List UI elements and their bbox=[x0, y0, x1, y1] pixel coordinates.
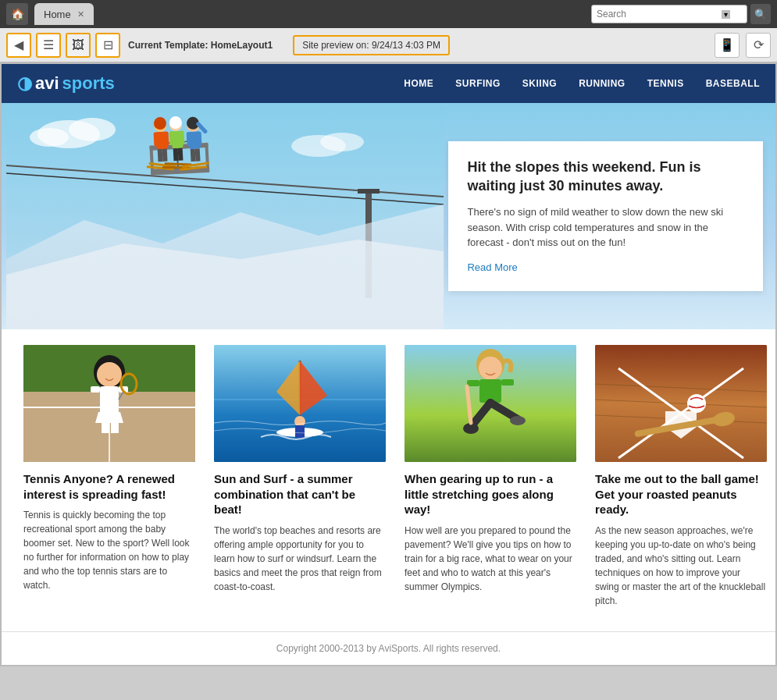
svg-rect-54 bbox=[100, 386, 119, 414]
site-nav: HOME SURFING SKIING RUNNING TENNIS BASEB… bbox=[404, 78, 760, 89]
site-header: ◑ avisports HOME SURFING SKIING RUNNING … bbox=[2, 64, 775, 103]
browser-home-button[interactable]: 🏠 bbox=[6, 3, 28, 25]
svg-rect-38 bbox=[196, 131, 202, 145]
logo-avi: avi bbox=[35, 73, 59, 94]
template-info: Current Template: HomeLayout1 bbox=[128, 40, 273, 51]
list-view-button[interactable]: ☰ bbox=[36, 33, 61, 58]
browser-titlebar: 🏠 Home ✕ ▾ 🔍 bbox=[0, 0, 777, 28]
nav-skiing[interactable]: SKIING bbox=[522, 78, 557, 89]
svg-point-68 bbox=[294, 416, 305, 427]
nav-home[interactable]: HOME bbox=[404, 78, 433, 89]
svg-point-90 bbox=[687, 394, 706, 413]
image-view-button[interactable]: 🖼 bbox=[66, 33, 91, 58]
nav-surfing[interactable]: SURFING bbox=[455, 78, 501, 89]
baseball-card-image bbox=[595, 345, 767, 462]
tennis-card-title: Tennis Anyone? A renewed interest is spr… bbox=[23, 471, 195, 502]
hero-image bbox=[2, 103, 448, 329]
search-go-button[interactable]: 🔍 bbox=[750, 4, 771, 24]
site-wrapper: ◑ avisports HOME SURFING SKIING RUNNING … bbox=[0, 62, 777, 666]
svg-marker-61 bbox=[95, 412, 123, 423]
running-card-title: When gearing up to run - a little stretc… bbox=[405, 471, 576, 517]
svg-point-79 bbox=[510, 416, 526, 425]
tab-close-button[interactable]: ✕ bbox=[77, 9, 84, 20]
svg-rect-19 bbox=[154, 132, 160, 146]
browser-toolbar: ◀ ☰ 🖼 ⊟ Current Template: HomeLayout1 Si… bbox=[0, 28, 777, 62]
baseball-card: Take me out to the ball game! Get your r… bbox=[586, 345, 776, 624]
tennis-svg bbox=[23, 345, 195, 462]
search-bar: ▾ 🔍 bbox=[591, 4, 771, 24]
refresh-icon: ⟳ bbox=[754, 37, 764, 52]
hero-section: Hit the slopes this weekend. Fun is wait… bbox=[2, 103, 775, 329]
running-card: When gearing up to run - a little stretc… bbox=[395, 345, 586, 624]
hero-text-box: Hit the slopes this weekend. Fun is wait… bbox=[448, 141, 763, 290]
surf-svg bbox=[214, 345, 386, 462]
nav-tennis[interactable]: TENNIS bbox=[647, 78, 684, 89]
template-label: Current Template: bbox=[128, 40, 208, 51]
site-preview-badge: Site preview on: 9/24/13 4:03 PM bbox=[293, 35, 450, 55]
svg-rect-9 bbox=[358, 189, 380, 194]
surf-card-title: Sun and Surf - a summer combination that… bbox=[214, 471, 386, 517]
svg-point-5 bbox=[320, 133, 364, 151]
running-card-image bbox=[405, 345, 576, 462]
preview-date: 9/24/13 4:03 PM bbox=[372, 40, 440, 51]
surf-card-image bbox=[214, 345, 386, 462]
tennis-card-image bbox=[23, 345, 195, 462]
logo-sports: sports bbox=[62, 73, 115, 94]
svg-point-3 bbox=[30, 128, 69, 147]
svg-point-2 bbox=[69, 118, 116, 141]
surf-card: Sun and Surf - a summer combination that… bbox=[205, 345, 395, 624]
baseball-card-title: Take me out to the ball game! Get your r… bbox=[595, 471, 767, 517]
mobile-preview-button[interactable]: 📱 bbox=[715, 33, 740, 58]
template-name: HomeLayout1 bbox=[211, 40, 273, 51]
baseball-card-body: As the new season approaches, we're keep… bbox=[595, 524, 767, 608]
preview-label: Site preview on: bbox=[302, 40, 369, 51]
svg-point-72 bbox=[479, 357, 502, 380]
toolbar-right: 📱 ⟳ bbox=[715, 33, 771, 58]
browser-tab[interactable]: Home ✕ bbox=[34, 3, 94, 25]
svg-rect-22 bbox=[162, 149, 168, 162]
svg-rect-40 bbox=[195, 148, 201, 161]
svg-rect-28 bbox=[169, 131, 176, 145]
hero-svg bbox=[6, 103, 444, 329]
hero-read-more-link[interactable]: Read More bbox=[467, 261, 517, 273]
back-button[interactable]: ◀ bbox=[6, 33, 31, 58]
svg-rect-55 bbox=[91, 386, 100, 393]
baseball-svg bbox=[595, 345, 767, 462]
site-logo: ◑ avisports bbox=[17, 73, 115, 94]
svg-rect-39 bbox=[191, 149, 196, 162]
list-icon: ☰ bbox=[43, 37, 54, 52]
tennis-card: Tennis Anyone? A renewed interest is spr… bbox=[14, 345, 205, 624]
content-grid: Tennis Anyone? A renewed interest is spr… bbox=[2, 329, 775, 631]
svg-rect-21 bbox=[158, 149, 163, 162]
back-icon: ◀ bbox=[14, 37, 23, 52]
svg-rect-75 bbox=[501, 379, 514, 386]
site-footer: Copyright 2000-2013 by AviSports. All ri… bbox=[2, 631, 775, 665]
svg-rect-20 bbox=[163, 131, 169, 145]
columns-icon: ⊟ bbox=[103, 37, 113, 52]
running-svg bbox=[405, 345, 576, 462]
nav-running[interactable]: RUNNING bbox=[579, 78, 626, 89]
nav-baseball[interactable]: BASEBALL bbox=[706, 78, 760, 89]
footer-copyright: Copyright 2000-2013 by AviSports. All ri… bbox=[276, 643, 501, 654]
svg-rect-29 bbox=[179, 130, 185, 144]
svg-rect-74 bbox=[467, 380, 479, 386]
svg-rect-69 bbox=[295, 425, 305, 438]
logo-icon: ◑ bbox=[17, 73, 32, 94]
search-dropdown-button[interactable]: ▾ bbox=[722, 10, 730, 19]
hero-body: There's no sign of mild weather to slow … bbox=[467, 204, 744, 251]
refresh-button[interactable]: ⟳ bbox=[746, 33, 771, 58]
tennis-card-body: Tennis is quickly becoming the top recre… bbox=[23, 508, 195, 592]
svg-rect-30 bbox=[173, 148, 179, 161]
search-input[interactable] bbox=[597, 9, 722, 20]
mobile-icon: 📱 bbox=[719, 37, 735, 52]
svg-rect-37 bbox=[187, 132, 193, 146]
tab-label: Home bbox=[44, 9, 71, 20]
surf-card-body: The world's top beaches and resorts are … bbox=[214, 524, 386, 594]
svg-rect-31 bbox=[178, 148, 184, 161]
svg-point-53 bbox=[97, 362, 122, 387]
running-card-body: How well are you prepared to pound the p… bbox=[405, 524, 576, 594]
columns-view-button[interactable]: ⊟ bbox=[95, 33, 120, 58]
image-icon: 🖼 bbox=[72, 38, 84, 52]
hero-headline: Hit the slopes this weekend. Fun is wait… bbox=[467, 158, 744, 195]
search-input-wrap: ▾ bbox=[591, 5, 747, 23]
